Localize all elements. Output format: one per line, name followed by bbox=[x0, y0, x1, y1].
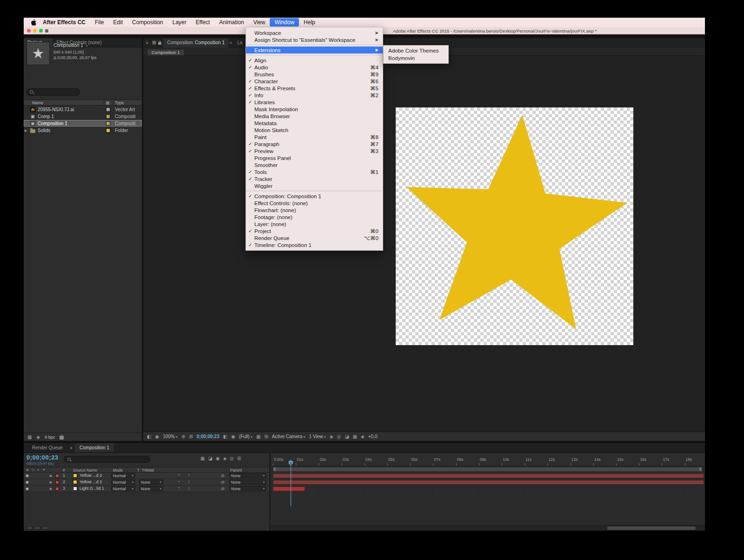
menu-item-project[interactable]: ✓Project⌘0 bbox=[246, 227, 383, 234]
menubar-item-effect[interactable]: Effect bbox=[191, 18, 214, 27]
menu-item-workspace[interactable]: Workspace▶ bbox=[246, 29, 383, 36]
minimize-window-icon[interactable] bbox=[33, 29, 37, 33]
horizontal-scrollbar[interactable] bbox=[607, 527, 696, 530]
zoom-window-icon[interactable] bbox=[39, 29, 43, 33]
menu-item-libraries[interactable]: ✓Libraries bbox=[246, 99, 383, 106]
menu-item-smoother[interactable]: Smoother bbox=[246, 161, 383, 168]
switch-icon[interactable]: * bbox=[178, 480, 180, 484]
column-number[interactable]: # bbox=[63, 468, 65, 473]
project-row[interactable]: ▣Composition 1Compositi bbox=[24, 120, 142, 127]
column-source-name[interactable]: Source Name bbox=[73, 468, 97, 473]
eye-icon[interactable]: ◉ bbox=[26, 487, 29, 491]
timeline-current-time[interactable]: 0;00;00;23 bbox=[27, 454, 59, 461]
menubar-item-composition[interactable]: Composition bbox=[127, 18, 168, 27]
timeline-toggle-transfer-icon[interactable] bbox=[42, 526, 48, 530]
new-folder-icon[interactable]: ◈ bbox=[36, 435, 40, 440]
switch-icon[interactable]: / bbox=[188, 473, 190, 478]
timeline-search[interactable] bbox=[64, 456, 150, 463]
menubar-item-animation[interactable]: Animation bbox=[214, 18, 248, 27]
parent-select[interactable]: None▾ bbox=[229, 480, 266, 485]
menubar-item-file[interactable]: File bbox=[90, 18, 108, 27]
menu-item-extensions[interactable]: Extensions▶ bbox=[246, 47, 383, 53]
project-search-input[interactable] bbox=[36, 90, 77, 94]
column-type[interactable]: Type bbox=[115, 100, 124, 105]
menu-item-motion-sketch[interactable]: Motion Sketch bbox=[246, 127, 383, 133]
menu-item-composition-composition-1[interactable]: ✓Composition: Composition 1 bbox=[246, 193, 383, 200]
menu-item-mask-interpolation[interactable]: Mask Interpolation bbox=[246, 106, 383, 113]
menu-item-media-browser[interactable]: Media Browser bbox=[246, 113, 383, 120]
twirl-icon[interactable]: ▶ bbox=[50, 474, 52, 478]
fast-previews-icon[interactable]: ◪ bbox=[345, 434, 349, 439]
camera-snapshot-icon[interactable]: ◧ bbox=[223, 434, 227, 439]
menubar-item-window[interactable]: Window bbox=[270, 18, 299, 27]
menu-item-metadata[interactable]: Metadata bbox=[246, 120, 383, 127]
column-name[interactable]: Name bbox=[32, 100, 43, 105]
flowchart-button-icon[interactable]: ◈ bbox=[361, 434, 365, 439]
trkmat-select[interactable]: None▾ bbox=[139, 486, 163, 491]
grid-guides-icon[interactable]: ⊞ bbox=[189, 434, 193, 439]
menu-item-align[interactable]: ✓Align bbox=[246, 57, 383, 64]
menu-item-tracker[interactable]: ✓Tracker bbox=[246, 175, 383, 182]
menu-item-progress-panel[interactable]: Progress Panel bbox=[246, 154, 383, 161]
menu-item-info[interactable]: ✓Info⌘2 bbox=[246, 92, 383, 99]
motion-blur-icon[interactable]: ◎ bbox=[230, 456, 234, 461]
column-trkmat[interactable]: TrkMat bbox=[142, 468, 154, 473]
mode-select[interactable]: Normal▾ bbox=[111, 473, 135, 478]
project-row[interactable]: ▶SolidsFolder bbox=[24, 127, 142, 134]
menu-item-wiggler[interactable]: Wiggler bbox=[246, 182, 383, 189]
project-row[interactable]: Ai20955-NSXI.7J.aiVector Art bbox=[24, 106, 142, 113]
column-mode[interactable]: Mode bbox=[113, 468, 123, 473]
switch-icon[interactable]: * bbox=[178, 473, 180, 478]
roi-icon[interactable]: ▦ bbox=[256, 434, 260, 439]
menubar-item-view[interactable]: View bbox=[249, 18, 270, 27]
parent-pickwhip-icon[interactable]: @ bbox=[221, 487, 225, 491]
switch-icon[interactable]: / bbox=[188, 486, 190, 491]
interpret-footage-icon[interactable]: ▦ bbox=[27, 435, 32, 440]
project-search[interactable] bbox=[26, 88, 80, 96]
transparency-grid-icon[interactable]: ⊞ bbox=[264, 434, 268, 439]
timeline-search-input[interactable] bbox=[73, 457, 147, 462]
menu-item-render-queue[interactable]: Render Queue⌥⌘0 bbox=[246, 234, 383, 241]
graph-editor-icon[interactable]: ⊞ bbox=[237, 456, 241, 461]
bit-depth-button[interactable]: 8 bpc bbox=[45, 435, 55, 440]
menu-item-preview[interactable]: ✓Preview⌘3 bbox=[246, 147, 383, 154]
current-time-display[interactable]: 0;00;00;23 bbox=[197, 434, 219, 439]
parent-select[interactable]: None▾ bbox=[229, 473, 266, 478]
menu-item-effects-presets[interactable]: ✓Effects & Presets⌘5 bbox=[246, 85, 383, 92]
panel-menu-icon[interactable]: ≡ bbox=[228, 40, 233, 45]
show-snapshot-icon[interactable]: ◉ bbox=[155, 434, 159, 439]
hide-shy-icon[interactable]: ◉ bbox=[216, 456, 220, 461]
submenu-item-adobe-color-themes[interactable]: Adobe Color Themes bbox=[384, 47, 448, 54]
menu-item-audio[interactable]: ✓Audio⌘4 bbox=[246, 64, 383, 71]
column-t[interactable]: T bbox=[137, 468, 140, 473]
mode-select[interactable]: Normal▾ bbox=[111, 486, 135, 491]
layer-row[interactable]: ◉▶2Yellow ...d 2Normal▾None▾*/@None▾ bbox=[24, 479, 269, 486]
menu-item-brushes[interactable]: Brushes⌘9 bbox=[246, 71, 383, 78]
layer-name[interactable]: Yellow ...d 2 bbox=[80, 473, 110, 478]
twirl-icon[interactable]: ▶ bbox=[50, 480, 52, 484]
twirl-icon[interactable]: ▶ bbox=[25, 129, 27, 133]
exposure-value[interactable]: +0,0 bbox=[368, 434, 378, 439]
timeline-toggle-expand-icon[interactable] bbox=[27, 526, 33, 530]
channel-icon[interactable]: ◉ bbox=[231, 434, 235, 439]
label-chip[interactable] bbox=[55, 480, 59, 484]
submenu-item-bodymovin[interactable]: Bodymovin bbox=[384, 54, 448, 62]
view-layout-select[interactable]: 1 View bbox=[309, 434, 326, 439]
share-view-icon[interactable]: ◈ bbox=[330, 434, 333, 439]
close-tab-icon[interactable]: × bbox=[67, 445, 75, 451]
menubar-item-edit[interactable]: Edit bbox=[108, 18, 127, 27]
label-column-icon[interactable] bbox=[106, 101, 109, 105]
current-time-indicator-line[interactable] bbox=[291, 460, 291, 506]
parent-pickwhip-icon[interactable]: @ bbox=[221, 473, 225, 478]
trash-icon[interactable] bbox=[60, 435, 64, 440]
twirl-icon[interactable]: ▶ bbox=[50, 487, 52, 491]
camera-select[interactable]: Active Camera bbox=[272, 434, 306, 439]
star-graphic[interactable] bbox=[396, 107, 633, 345]
menu-item-flowchart-none[interactable]: Flowchart: (none) bbox=[246, 207, 383, 213]
parent-select[interactable]: None▾ bbox=[229, 486, 266, 491]
tab-layer-partial[interactable]: La bbox=[233, 38, 246, 47]
switch-icon[interactable]: / bbox=[188, 480, 190, 484]
comp-mini-flowchart-icon[interactable]: ▦ bbox=[200, 456, 205, 461]
tab-timeline-composition[interactable]: Composition 1 bbox=[75, 443, 114, 452]
menu-item-footage-none[interactable]: Footage: (none) bbox=[246, 213, 383, 220]
